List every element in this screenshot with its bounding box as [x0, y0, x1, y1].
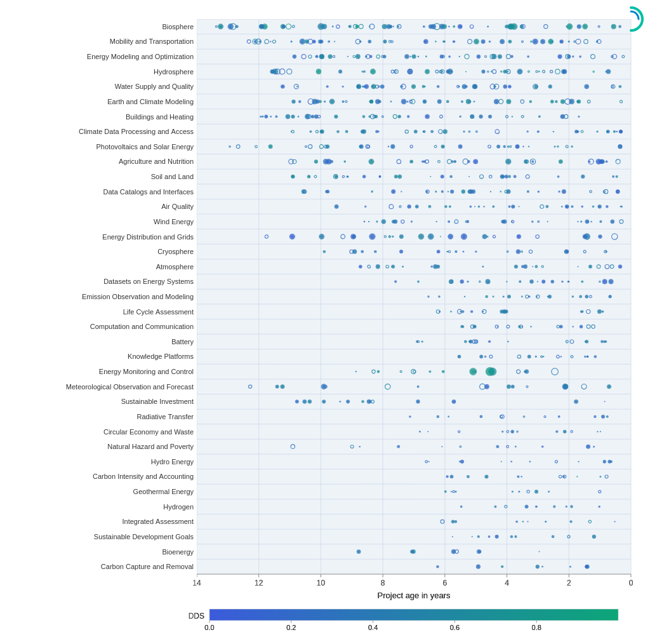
chart-container — [0, 0, 650, 644]
logo-icon — [618, 6, 644, 32]
